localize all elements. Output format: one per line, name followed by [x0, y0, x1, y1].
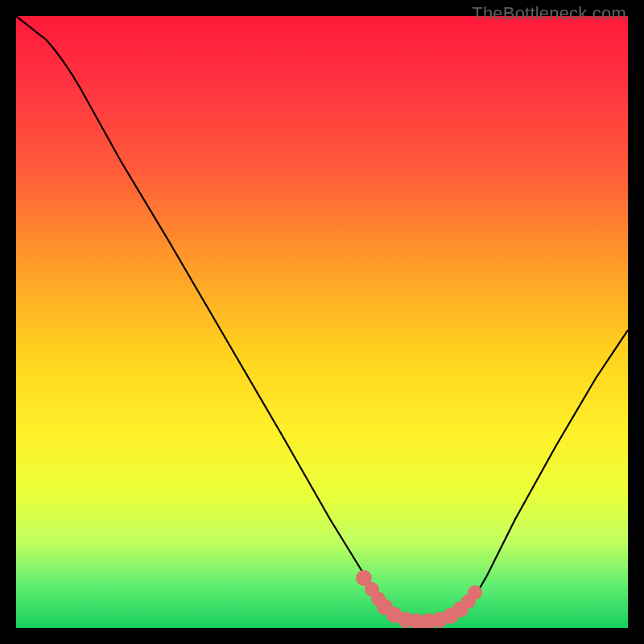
watermark-text: TheBottleneck.com — [472, 3, 626, 24]
gradient-plot-area — [16, 16, 628, 628]
chart-container: TheBottleneck.com — [0, 0, 644, 644]
